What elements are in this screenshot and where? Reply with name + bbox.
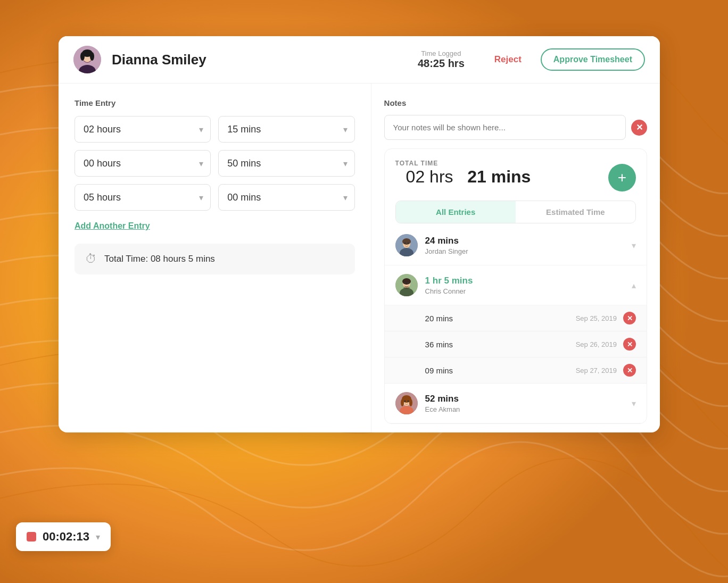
time-logged-value: 48:25 hrs xyxy=(418,57,465,69)
svg-point-16 xyxy=(402,278,411,285)
mins-select-2[interactable]: 50 mins 15 mins xyxy=(218,150,354,177)
total-time-small-label: TOTAL TIME xyxy=(395,160,542,167)
sub-entry-chris-1: 20 mins Sep 25, 2019 ✕ xyxy=(385,305,647,331)
entry-time-chris: 1 hr 5 mins xyxy=(425,276,632,286)
sub-entry-chris-3: 09 mins Sep 27, 2019 ✕ xyxy=(385,357,647,384)
svg-point-6 xyxy=(90,52,94,61)
approve-button[interactable]: Approve Timesheet xyxy=(541,48,645,71)
time-logged-label: Time Logged xyxy=(418,49,465,57)
sub-entry-close-2[interactable]: ✕ xyxy=(623,338,636,351)
sub-entry-close-1[interactable]: ✕ xyxy=(623,312,636,324)
svg-point-5 xyxy=(80,52,85,61)
sub-entry-date-3: Sep 27, 2019 xyxy=(576,367,617,374)
time-entry-label: Time Entry xyxy=(75,98,355,107)
hours-select-3[interactable]: 05 hours 00 hours 02 hours xyxy=(75,184,211,211)
total-time-panel: TOTAL TIME 02 hrs 21 mins + All En xyxy=(384,148,647,424)
entry-row-ece: 52 mins Ece Akman ▾ xyxy=(385,384,647,423)
chris-sub-entries: 20 mins Sep 25, 2019 ✕ 36 mins Sep 26, 2… xyxy=(385,305,647,384)
timer-widget: 00:02:13 ▾ xyxy=(16,522,111,551)
entry-time-ece: 52 mins xyxy=(425,394,632,404)
time-entry-row-3: 05 hours 00 hours 02 hours 00 mins 15 mi… xyxy=(75,184,355,211)
close-icon: ✕ xyxy=(636,122,643,132)
time-entry-row-2: 00 hours 02 hours 50 mins 15 mins xyxy=(75,150,355,177)
tabs-row: All Entries Estimated Time xyxy=(395,201,636,223)
record-button[interactable] xyxy=(27,532,36,542)
svg-point-26 xyxy=(404,401,406,402)
total-time-bar: ⏱ Total Time: 08 hours 5 mins xyxy=(75,244,355,274)
svg-point-24 xyxy=(401,399,404,406)
hours-select-2-wrapper[interactable]: 00 hours 02 hours xyxy=(75,150,211,177)
close-icon-1: ✕ xyxy=(627,314,633,322)
svg-point-19 xyxy=(403,286,410,289)
mins-select-3-wrapper[interactable]: 00 mins 15 mins 50 mins xyxy=(218,184,354,211)
entry-info-jordan: 24 mins Jordan Singer xyxy=(425,236,632,255)
entry-row-chris: 1 hr 5 mins Chris Conner ▴ xyxy=(385,265,647,305)
sub-entry-time-3: 09 mins xyxy=(425,366,576,375)
timer-chevron-icon[interactable]: ▾ xyxy=(96,532,100,542)
mins-select-1[interactable]: 15 mins 00 mins 50 mins xyxy=(218,116,354,143)
svg-point-12 xyxy=(407,243,409,244)
total-time-header: TOTAL TIME 02 hrs 21 mins + xyxy=(385,149,647,201)
body-split: Time Entry 02 hours 00 hours 05 hours 15… xyxy=(59,84,660,432)
entry-name-chris: Chris Conner xyxy=(425,287,632,295)
close-icon-2: ✕ xyxy=(627,340,633,348)
notes-section: Notes ✕ xyxy=(371,84,660,148)
entry-name-jordan: Jordan Singer xyxy=(425,247,632,255)
time-logged-block: Time Logged 48:25 hrs xyxy=(418,49,465,70)
svg-point-10 xyxy=(402,238,411,245)
clock-icon: ⏱ xyxy=(85,252,97,266)
sub-entry-time-1: 20 mins xyxy=(425,314,576,323)
chevron-down-icon-jordan[interactable]: ▾ xyxy=(632,240,636,251)
entry-time-jordan: 24 mins xyxy=(425,236,632,246)
hours-select-2[interactable]: 00 hours 02 hours xyxy=(75,150,211,177)
tab-all-entries[interactable]: All Entries xyxy=(396,201,516,223)
mins-select-2-wrapper[interactable]: 50 mins 15 mins xyxy=(218,150,354,177)
sub-entry-time-2: 36 mins xyxy=(425,340,576,349)
timer-display: 00:02:13 xyxy=(43,530,89,544)
svg-point-17 xyxy=(404,282,406,284)
hours-select-3-wrapper[interactable]: 05 hours 00 hours 02 hours xyxy=(75,184,211,211)
chevron-down-icon-ece[interactable]: ▾ xyxy=(632,398,636,409)
add-entry-link[interactable]: Add Another Entry xyxy=(75,221,150,231)
hours-select-1[interactable]: 02 hours 00 hours 05 hours xyxy=(75,116,211,143)
reject-button[interactable]: Reject xyxy=(486,50,530,69)
notes-input[interactable] xyxy=(384,115,626,140)
svg-point-27 xyxy=(407,401,409,402)
user-avatar xyxy=(73,46,101,73)
sub-entry-date-1: Sep 25, 2019 xyxy=(576,314,617,322)
chevron-up-icon-chris[interactable]: ▴ xyxy=(632,280,636,290)
total-time-text: Total Time: 08 hours 5 mins xyxy=(104,254,215,264)
time-entry-row-1: 02 hours 00 hours 05 hours 15 mins 00 mi… xyxy=(75,116,355,143)
entry-name-ece: Ece Akman xyxy=(425,405,632,413)
avatar-jordan xyxy=(395,234,418,256)
close-icon-3: ✕ xyxy=(627,367,633,374)
svg-point-18 xyxy=(407,282,409,284)
mins-select-1-wrapper[interactable]: 15 mins 00 mins 50 mins xyxy=(218,116,354,143)
sub-entry-chris-2: 36 mins Sep 26, 2019 ✕ xyxy=(385,331,647,357)
entry-row-jordan: 24 mins Jordan Singer ▾ xyxy=(385,226,647,265)
notes-label: Notes xyxy=(384,98,647,107)
entry-info-chris: 1 hr 5 mins Chris Conner xyxy=(425,276,632,295)
notes-close-button[interactable]: ✕ xyxy=(631,120,647,136)
total-time-panel-label: TOTAL TIME 02 hrs 21 mins xyxy=(395,160,542,195)
left-panel: Time Entry 02 hours 00 hours 05 hours 15… xyxy=(59,84,371,432)
total-mins: 21 mins xyxy=(467,167,531,186)
svg-point-11 xyxy=(404,243,406,244)
total-hrs: 02 hrs xyxy=(406,167,453,186)
notes-input-row: ✕ xyxy=(384,115,647,140)
user-name: Dianna Smiley xyxy=(112,52,407,68)
sub-entry-close-3[interactable]: ✕ xyxy=(623,364,636,377)
tab-estimated-time[interactable]: Estimated Time xyxy=(516,201,635,223)
avatar-chris xyxy=(395,274,418,296)
avatar-ece xyxy=(395,392,418,414)
add-entry-circle-button[interactable]: + xyxy=(608,164,636,191)
sub-entry-date-2: Sep 26, 2019 xyxy=(576,340,617,348)
right-panel: Notes ✕ TOTAL TIME 02 hrs xyxy=(371,84,660,432)
header-row: Dianna Smiley Time Logged 48:25 hrs Reje… xyxy=(59,36,660,84)
mins-select-3[interactable]: 00 mins 15 mins 50 mins xyxy=(218,184,354,211)
hours-select-1-wrapper[interactable]: 02 hours 00 hours 05 hours xyxy=(75,116,211,143)
main-card: Dianna Smiley Time Logged 48:25 hrs Reje… xyxy=(59,36,660,432)
plus-icon: + xyxy=(618,169,626,186)
entries-list: 24 mins Jordan Singer ▾ xyxy=(385,226,647,423)
total-time-display: 02 hrs 21 mins xyxy=(395,167,542,195)
